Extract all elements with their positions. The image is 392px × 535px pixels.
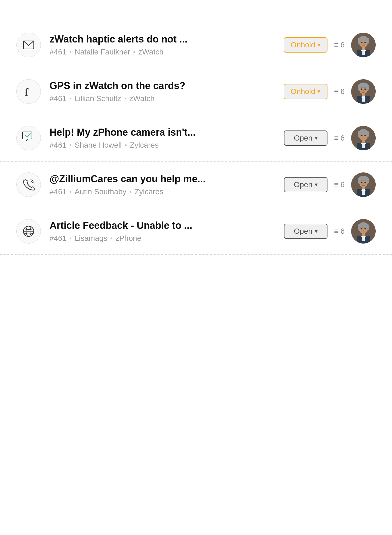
svg-point-65 <box>366 224 369 230</box>
ticket-item-5[interactable]: Article Feedback - Unable to ... #461 Li… <box>0 208 392 255</box>
ticket-title: @ZilliumCares can you help me... <box>50 173 275 185</box>
svg-point-74 <box>363 230 364 231</box>
ticket-title: zWatch haptic alerts do not ... <box>50 34 275 45</box>
status-label: Open <box>294 134 313 142</box>
status-badge[interactable]: Onhold ▾ <box>284 37 327 53</box>
ticket-info: Help! My zPhone camera isn't... #461 Sha… <box>50 127 275 150</box>
ticket-product: zPhone <box>115 234 141 243</box>
status-badge[interactable]: Open ▾ <box>284 130 327 146</box>
svg-point-56 <box>365 182 366 183</box>
svg-point-72 <box>361 228 363 230</box>
priority-count: 6 <box>340 41 345 49</box>
svg-point-28 <box>365 89 366 90</box>
ticket-title: Article Feedback - Unable to ... <box>50 220 275 231</box>
status-badge[interactable]: Open ▾ <box>284 177 327 192</box>
ticket-contact: Natalie Faulkner <box>75 48 130 56</box>
status-badge[interactable]: Open ▾ <box>284 224 327 239</box>
ticket-product: zWatch <box>130 94 155 103</box>
dot-separator <box>70 51 71 53</box>
svg-point-14 <box>363 44 364 44</box>
priority-count: 6 <box>340 134 345 142</box>
ticket-contact: Autin Southaby <box>75 187 126 196</box>
svg-point-48 <box>366 177 369 184</box>
svg-rect-9 <box>362 50 365 55</box>
priority-icon: ≡ <box>334 40 339 50</box>
ticket-number: #461 <box>50 141 66 150</box>
channel-icon-twitter <box>16 172 41 197</box>
dot-separator <box>130 191 131 193</box>
svg-point-29 <box>363 90 364 91</box>
svg-point-73 <box>365 228 366 230</box>
chevron-down-icon: ▾ <box>317 88 320 95</box>
svg-point-41 <box>361 135 363 136</box>
status-label: Open <box>294 227 313 236</box>
svg-rect-35 <box>362 140 365 143</box>
ticket-actions: Open ▾ ≡ 6 <box>284 126 376 150</box>
avatar <box>351 33 376 57</box>
svg-point-43 <box>363 137 364 138</box>
priority-icon: ≡ <box>334 180 339 189</box>
svg-text:f: f <box>25 86 29 97</box>
dot-separator <box>70 98 71 99</box>
ticket-item-1[interactable]: zWatch haptic alerts do not ... #461 Nat… <box>0 22 392 68</box>
chevron-down-icon: ▾ <box>315 135 318 142</box>
ticket-item-3[interactable]: Help! My zPhone camera isn't... #461 Sha… <box>0 115 392 162</box>
ticket-product: Zylcares <box>134 187 163 196</box>
dot-separator <box>70 238 71 239</box>
priority-wrap: ≡ 6 <box>334 180 345 189</box>
svg-rect-38 <box>362 143 365 148</box>
priority-wrap: ≡ 6 <box>334 87 345 96</box>
dot-separator <box>133 51 135 53</box>
dot-separator <box>125 98 126 99</box>
ticket-info: GPS in zWatch on the cards? #461 Lillian… <box>50 80 275 103</box>
ticket-info: zWatch haptic alerts do not ... #461 Nat… <box>50 34 275 56</box>
ticket-item-2[interactable]: f GPS in zWatch on the cards? #461 Lilli… <box>0 68 392 115</box>
ticket-product: zWatch <box>138 48 163 56</box>
ticket-meta: #461 Autin Southaby Zylcares <box>50 187 275 196</box>
chevron-down-icon: ▾ <box>317 41 320 48</box>
status-label: Onhold <box>291 87 315 96</box>
chevron-down-icon: ▾ <box>315 228 318 235</box>
svg-point-57 <box>363 183 364 184</box>
ticket-number: #461 <box>50 94 66 103</box>
svg-rect-6 <box>362 47 365 50</box>
ticket-number: #461 <box>50 48 66 56</box>
priority-wrap: ≡ 6 <box>334 227 345 236</box>
ticket-list: zWatch haptic alerts do not ... #461 Nat… <box>0 0 392 276</box>
channel-icon-email <box>16 33 41 57</box>
dot-separator <box>125 144 127 146</box>
priority-icon: ≡ <box>334 227 339 236</box>
ticket-actions: Onhold ▾ ≡ 6 <box>284 33 376 57</box>
ticket-contact: Shane Howell <box>75 141 122 150</box>
channel-icon-chat <box>16 126 41 150</box>
svg-rect-66 <box>362 233 365 236</box>
priority-count: 6 <box>340 87 345 96</box>
status-label: Onhold <box>291 41 315 49</box>
ticket-meta: #461 Natalie Faulkner zWatch <box>50 48 275 56</box>
chevron-down-icon: ▾ <box>315 181 318 188</box>
avatar <box>351 219 376 244</box>
status-badge[interactable]: Onhold ▾ <box>284 84 327 99</box>
svg-point-33 <box>358 131 361 137</box>
svg-point-13 <box>365 42 366 43</box>
ticket-info: Article Feedback - Unable to ... #461 Li… <box>50 220 275 243</box>
ticket-contact: Lillian Schultz <box>75 94 121 103</box>
svg-point-55 <box>361 182 363 183</box>
priority-count: 6 <box>340 227 345 236</box>
svg-rect-49 <box>362 187 365 189</box>
ticket-info: @ZilliumCares can you help me... #461 Au… <box>50 173 275 196</box>
channel-icon-facebook: f <box>16 79 41 104</box>
svg-point-42 <box>365 135 366 136</box>
priority-icon: ≡ <box>334 133 339 143</box>
svg-point-20 <box>366 84 369 91</box>
dot-separator <box>111 238 112 239</box>
svg-point-64 <box>358 224 361 230</box>
ticket-actions: Open ▾ ≡ 6 <box>284 219 376 244</box>
ticket-meta: #461 Lisamags zPhone <box>50 234 275 243</box>
svg-point-19 <box>358 84 361 91</box>
svg-point-34 <box>366 131 369 137</box>
priority-icon: ≡ <box>334 87 339 96</box>
ticket-item-4[interactable]: @ZilliumCares can you help me... #461 Au… <box>0 162 392 208</box>
avatar <box>351 172 376 197</box>
svg-rect-69 <box>362 236 365 241</box>
